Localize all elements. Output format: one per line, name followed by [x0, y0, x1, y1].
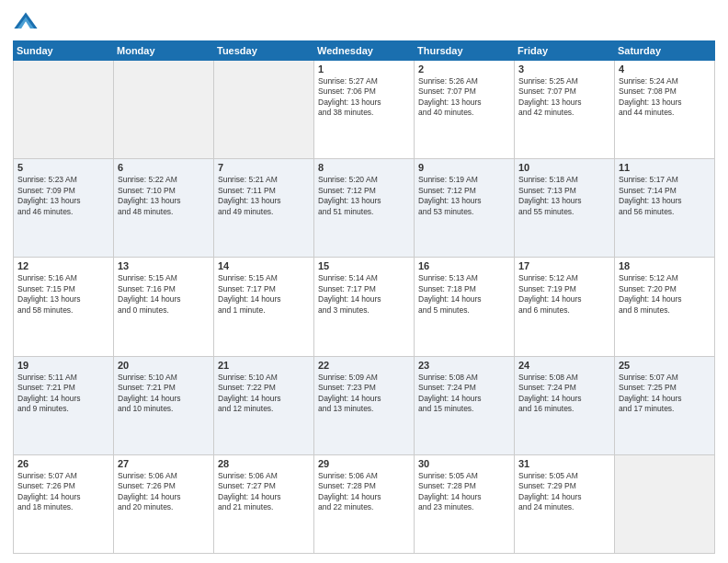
- day-info: Sunrise: 5:06 AM Sunset: 7:26 PM Dayligh…: [118, 471, 210, 513]
- day-info: Sunrise: 5:08 AM Sunset: 7:24 PM Dayligh…: [418, 373, 510, 415]
- page: SundayMondayTuesdayWednesdayThursdayFrid…: [0, 0, 728, 563]
- day-info: Sunrise: 5:18 AM Sunset: 7:13 PM Dayligh…: [518, 175, 610, 217]
- day-info: Sunrise: 5:05 AM Sunset: 7:29 PM Dayligh…: [518, 471, 610, 513]
- day-number: 22: [318, 360, 410, 371]
- day-info: Sunrise: 5:25 AM Sunset: 7:07 PM Dayligh…: [518, 76, 610, 119]
- calendar-cell: 14Sunrise: 5:15 AM Sunset: 7:17 PM Dayli…: [214, 258, 314, 356]
- calendar-cell: 20Sunrise: 5:10 AM Sunset: 7:21 PM Dayli…: [114, 356, 214, 454]
- calendar-cell: 10Sunrise: 5:18 AM Sunset: 7:13 PM Dayli…: [515, 159, 615, 258]
- day-info: Sunrise: 5:07 AM Sunset: 7:26 PM Dayligh…: [17, 471, 109, 513]
- day-number: 29: [318, 458, 410, 469]
- calendar-cell: 4Sunrise: 5:24 AM Sunset: 7:08 PM Daylig…: [615, 61, 715, 159]
- weekday-header-thursday: Thursday: [415, 41, 515, 61]
- day-number: 28: [218, 458, 310, 469]
- calendar-cell: 2Sunrise: 5:26 AM Sunset: 7:07 PM Daylig…: [415, 61, 515, 159]
- day-number: 7: [218, 162, 310, 173]
- day-info: Sunrise: 5:15 AM Sunset: 7:17 PM Dayligh…: [218, 273, 310, 316]
- calendar-cell: 29Sunrise: 5:06 AM Sunset: 7:28 PM Dayli…: [314, 454, 415, 553]
- day-number: 11: [619, 162, 711, 173]
- day-number: 6: [118, 162, 210, 173]
- calendar-cell: 17Sunrise: 5:12 AM Sunset: 7:19 PM Dayli…: [515, 258, 615, 356]
- weekday-header-saturday: Saturday: [615, 41, 715, 61]
- day-info: Sunrise: 5:16 AM Sunset: 7:15 PM Dayligh…: [17, 273, 109, 316]
- day-info: Sunrise: 5:13 AM Sunset: 7:18 PM Dayligh…: [418, 273, 510, 316]
- weekday-header-wednesday: Wednesday: [314, 41, 415, 61]
- calendar-cell: 11Sunrise: 5:17 AM Sunset: 7:14 PM Dayli…: [615, 159, 715, 258]
- calendar-cell: 28Sunrise: 5:06 AM Sunset: 7:27 PM Dayli…: [214, 454, 314, 553]
- day-number: 25: [619, 360, 711, 371]
- calendar-cell: 12Sunrise: 5:16 AM Sunset: 7:15 PM Dayli…: [14, 258, 114, 356]
- week-row-0: 1Sunrise: 5:27 AM Sunset: 7:06 PM Daylig…: [14, 61, 715, 159]
- day-number: 18: [619, 260, 711, 271]
- day-number: 21: [218, 360, 310, 371]
- calendar-cell: 8Sunrise: 5:20 AM Sunset: 7:12 PM Daylig…: [314, 159, 415, 258]
- week-row-4: 26Sunrise: 5:07 AM Sunset: 7:26 PM Dayli…: [14, 454, 715, 553]
- day-number: 30: [418, 458, 510, 469]
- day-number: 10: [518, 162, 610, 173]
- day-info: Sunrise: 5:06 AM Sunset: 7:27 PM Dayligh…: [218, 471, 310, 513]
- calendar-cell: 9Sunrise: 5:19 AM Sunset: 7:12 PM Daylig…: [415, 159, 515, 258]
- weekday-header-tuesday: Tuesday: [214, 41, 314, 61]
- day-info: Sunrise: 5:22 AM Sunset: 7:10 PM Dayligh…: [118, 175, 210, 217]
- day-number: 23: [418, 360, 510, 371]
- calendar-cell: 30Sunrise: 5:05 AM Sunset: 7:28 PM Dayli…: [415, 454, 515, 553]
- calendar-cell: 21Sunrise: 5:10 AM Sunset: 7:22 PM Dayli…: [214, 356, 314, 454]
- calendar-table: SundayMondayTuesdayWednesdayThursdayFrid…: [13, 40, 715, 554]
- day-number: 27: [118, 458, 210, 469]
- weekday-header-friday: Friday: [515, 41, 615, 61]
- calendar-cell: 7Sunrise: 5:21 AM Sunset: 7:11 PM Daylig…: [214, 159, 314, 258]
- calendar-cell: 26Sunrise: 5:07 AM Sunset: 7:26 PM Dayli…: [14, 454, 114, 553]
- header: [13, 9, 715, 35]
- day-info: Sunrise: 5:11 AM Sunset: 7:21 PM Dayligh…: [17, 373, 109, 415]
- calendar-cell: [214, 61, 314, 159]
- day-info: Sunrise: 5:14 AM Sunset: 7:17 PM Dayligh…: [318, 273, 410, 316]
- calendar-cell: 1Sunrise: 5:27 AM Sunset: 7:06 PM Daylig…: [314, 61, 415, 159]
- day-number: 4: [619, 63, 711, 75]
- calendar-cell: 22Sunrise: 5:09 AM Sunset: 7:23 PM Dayli…: [314, 356, 415, 454]
- day-info: Sunrise: 5:17 AM Sunset: 7:14 PM Dayligh…: [619, 175, 711, 217]
- day-info: Sunrise: 5:12 AM Sunset: 7:19 PM Dayligh…: [518, 273, 610, 316]
- day-info: Sunrise: 5:21 AM Sunset: 7:11 PM Dayligh…: [218, 175, 310, 217]
- day-number: 16: [418, 260, 510, 271]
- logo-icon: [13, 9, 39, 35]
- day-number: 20: [118, 360, 210, 371]
- calendar-cell: 23Sunrise: 5:08 AM Sunset: 7:24 PM Dayli…: [415, 356, 515, 454]
- calendar-cell: 5Sunrise: 5:23 AM Sunset: 7:09 PM Daylig…: [14, 159, 114, 258]
- day-info: Sunrise: 5:06 AM Sunset: 7:28 PM Dayligh…: [318, 471, 410, 513]
- calendar-cell: 24Sunrise: 5:08 AM Sunset: 7:24 PM Dayli…: [515, 356, 615, 454]
- day-info: Sunrise: 5:07 AM Sunset: 7:25 PM Dayligh…: [619, 373, 711, 415]
- weekday-header-sunday: Sunday: [14, 41, 114, 61]
- day-info: Sunrise: 5:15 AM Sunset: 7:16 PM Dayligh…: [118, 273, 210, 316]
- day-number: 14: [218, 260, 310, 271]
- week-row-2: 12Sunrise: 5:16 AM Sunset: 7:15 PM Dayli…: [14, 258, 715, 356]
- day-number: 5: [17, 162, 109, 173]
- day-info: Sunrise: 5:05 AM Sunset: 7:28 PM Dayligh…: [418, 471, 510, 513]
- calendar-cell: 3Sunrise: 5:25 AM Sunset: 7:07 PM Daylig…: [515, 61, 615, 159]
- calendar-cell: 27Sunrise: 5:06 AM Sunset: 7:26 PM Dayli…: [114, 454, 214, 553]
- day-number: 17: [518, 260, 610, 271]
- day-number: 15: [318, 260, 410, 271]
- day-number: 12: [17, 260, 109, 271]
- day-number: 24: [518, 360, 610, 371]
- week-row-1: 5Sunrise: 5:23 AM Sunset: 7:09 PM Daylig…: [14, 159, 715, 258]
- day-info: Sunrise: 5:08 AM Sunset: 7:24 PM Dayligh…: [518, 373, 610, 415]
- day-info: Sunrise: 5:24 AM Sunset: 7:08 PM Dayligh…: [619, 76, 711, 119]
- calendar-cell: [114, 61, 214, 159]
- day-number: 26: [17, 458, 109, 469]
- week-row-3: 19Sunrise: 5:11 AM Sunset: 7:21 PM Dayli…: [14, 356, 715, 454]
- day-number: 8: [318, 162, 410, 173]
- day-number: 19: [17, 360, 109, 371]
- calendar-cell: 19Sunrise: 5:11 AM Sunset: 7:21 PM Dayli…: [14, 356, 114, 454]
- day-info: Sunrise: 5:26 AM Sunset: 7:07 PM Dayligh…: [418, 76, 510, 119]
- day-info: Sunrise: 5:09 AM Sunset: 7:23 PM Dayligh…: [318, 373, 410, 415]
- calendar-cell: [615, 454, 715, 553]
- day-number: 2: [418, 63, 510, 75]
- calendar-cell: 16Sunrise: 5:13 AM Sunset: 7:18 PM Dayli…: [415, 258, 515, 356]
- day-number: 31: [518, 458, 610, 469]
- calendar-cell: 25Sunrise: 5:07 AM Sunset: 7:25 PM Dayli…: [615, 356, 715, 454]
- weekday-header-row: SundayMondayTuesdayWednesdayThursdayFrid…: [14, 41, 715, 61]
- day-info: Sunrise: 5:10 AM Sunset: 7:22 PM Dayligh…: [218, 373, 310, 415]
- day-info: Sunrise: 5:10 AM Sunset: 7:21 PM Dayligh…: [118, 373, 210, 415]
- weekday-header-monday: Monday: [114, 41, 214, 61]
- logo: [13, 9, 42, 35]
